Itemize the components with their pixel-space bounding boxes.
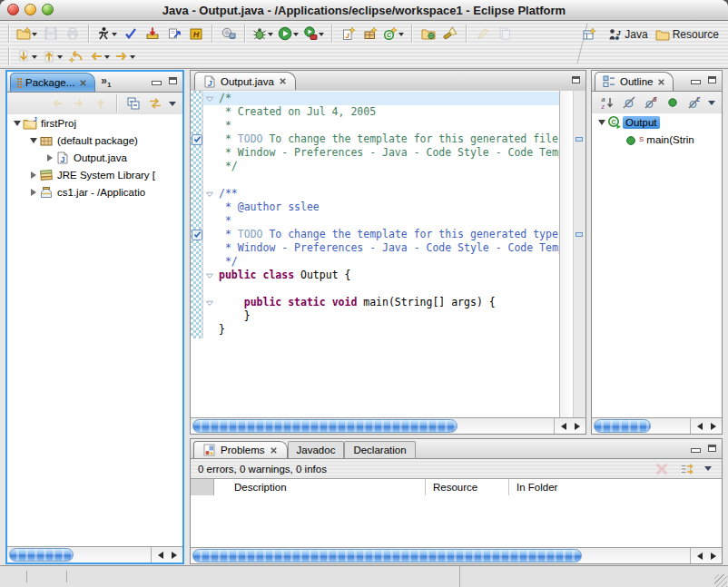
tab-javadoc[interactable]: Javadoc xyxy=(288,441,345,458)
scroll-right-button[interactable] xyxy=(570,418,585,434)
scrollbar-thumb[interactable] xyxy=(594,419,651,433)
package-explorer-hscrollbar[interactable] xyxy=(7,546,182,563)
last-edit-location-button[interactable] xyxy=(65,45,87,67)
previous-annotation-button[interactable] xyxy=(40,45,65,67)
tab-declaration[interactable]: Declaration xyxy=(344,441,415,458)
java-perspective-button[interactable]: JJava xyxy=(607,27,647,42)
task-overview-marker[interactable] xyxy=(576,232,583,237)
scrollbar-thumb[interactable] xyxy=(9,548,74,562)
minimize-view-button[interactable] xyxy=(690,74,702,85)
scrollbar-thumb[interactable] xyxy=(192,419,457,433)
code-line[interactable]: * xyxy=(191,119,560,132)
collapse-arrow-icon[interactable] xyxy=(27,134,39,147)
hide-static-members-button[interactable]: S xyxy=(640,93,662,112)
dropdown-caret-icon[interactable] xyxy=(398,23,405,44)
code-line[interactable] xyxy=(191,282,560,296)
problems-hscrollbar[interactable] xyxy=(191,547,722,563)
tree-item[interactable]: COutput xyxy=(592,113,722,131)
scrollbar-track[interactable] xyxy=(592,418,690,434)
new-wizard-button[interactable] xyxy=(15,23,40,44)
search-button[interactable] xyxy=(439,23,461,44)
collapse-arrow-icon[interactable] xyxy=(11,117,23,130)
problems-table-body[interactable] xyxy=(191,495,722,548)
column-in-folder[interactable]: In Folder xyxy=(509,479,722,495)
column-description[interactable]: Description xyxy=(214,479,426,495)
maximize-view-button[interactable] xyxy=(167,75,179,86)
tab-problems[interactable]: Problems xyxy=(193,441,288,458)
code-line[interactable]: /* xyxy=(191,92,560,105)
new-class-button[interactable]: C xyxy=(381,23,407,44)
forward-button[interactable] xyxy=(68,94,90,113)
external-tools-button[interactable] xyxy=(94,23,120,44)
package-explorer-tab[interactable]: Package... xyxy=(10,73,95,92)
zoom-window-button[interactable] xyxy=(42,4,54,15)
tree-item[interactable]: (default package) xyxy=(7,132,182,149)
expand-arrow-icon[interactable] xyxy=(27,189,39,196)
code-editor[interactable]: /* * Created on Jul 4, 2005 * * TODO To … xyxy=(191,91,585,418)
close-editor-icon[interactable] xyxy=(278,76,288,86)
hide-local-types-button[interactable]: L xyxy=(684,93,705,112)
scroll-right-button[interactable] xyxy=(706,548,722,563)
minimize-view-button[interactable] xyxy=(151,75,162,86)
scrollbar-track[interactable] xyxy=(7,547,151,563)
window-resize-grip[interactable] xyxy=(714,574,727,587)
code-line[interactable]: /** xyxy=(191,187,560,201)
code-line[interactable]: } xyxy=(191,323,560,337)
go-up-button[interactable] xyxy=(90,94,112,113)
tree-item[interactable]: JRE System Library [ xyxy=(7,166,182,183)
filter-button[interactable] xyxy=(676,458,698,480)
dropdown-caret-icon[interactable] xyxy=(129,45,136,67)
dropdown-caret-icon[interactable] xyxy=(31,23,38,44)
scroll-left-button[interactable] xyxy=(691,548,706,563)
fold-marker-icon[interactable] xyxy=(203,187,216,201)
expand-arrow-icon[interactable] xyxy=(44,154,55,161)
view-menu-button[interactable] xyxy=(705,97,718,109)
next-annotation-button[interactable] xyxy=(15,45,40,67)
run-external-button[interactable] xyxy=(301,23,327,44)
run-button[interactable] xyxy=(276,23,301,44)
scroll-left-button[interactable] xyxy=(152,547,167,563)
deploy-button[interactable] xyxy=(218,23,240,44)
code-line[interactable]: * TODO To change the template for this g… xyxy=(191,132,560,146)
delete-button[interactable] xyxy=(651,458,673,480)
new-java-project-button[interactable]: J xyxy=(338,23,359,44)
scroll-right-button[interactable] xyxy=(706,418,722,434)
maximize-view-button[interactable] xyxy=(706,443,718,454)
check-code-button[interactable] xyxy=(120,23,142,44)
editor-hscrollbar[interactable] xyxy=(191,417,585,434)
outline-tab[interactable]: Outline xyxy=(595,72,674,91)
save-button[interactable] xyxy=(40,23,62,44)
forward-button[interactable] xyxy=(113,45,138,67)
maximize-view-button[interactable] xyxy=(570,74,582,85)
debug-button[interactable] xyxy=(251,23,276,44)
code-line[interactable]: public class Output { xyxy=(191,269,560,282)
print-button[interactable] xyxy=(62,23,84,44)
code-line[interactable]: * Created on Jul 4, 2005 xyxy=(191,105,560,119)
dropdown-caret-icon[interactable] xyxy=(103,45,111,67)
minimize-view-button[interactable] xyxy=(690,443,702,454)
fold-marker-icon[interactable] xyxy=(203,296,216,309)
task-marker-icon[interactable] xyxy=(192,230,202,240)
tree-item[interactable]: cs1.jar - /Applicatio xyxy=(7,183,182,201)
tree-item[interactable]: JfirstProj xyxy=(7,114,182,132)
h-tool-button[interactable]: H xyxy=(185,23,207,44)
expand-arrow-icon[interactable] xyxy=(27,171,39,179)
dropdown-caret-icon[interactable] xyxy=(267,23,274,44)
more-views-button[interactable]: »1 xyxy=(101,74,111,92)
close-view-icon[interactable] xyxy=(78,78,88,88)
code-line[interactable]: * TODO To change the template for this g… xyxy=(191,228,560,241)
code-line[interactable]: * Window - Preferences - Java - Code Sty… xyxy=(191,241,560,255)
outline-hscrollbar[interactable] xyxy=(592,417,722,434)
dropdown-caret-icon[interactable] xyxy=(56,45,64,67)
dropdown-caret-icon[interactable] xyxy=(292,23,300,44)
back-button[interactable] xyxy=(46,94,68,113)
fold-marker-icon[interactable] xyxy=(203,92,216,105)
link-with-editor-button[interactable] xyxy=(144,94,166,113)
open-perspective-button[interactable] xyxy=(578,24,600,45)
code-line[interactable]: */ xyxy=(191,255,560,269)
back-button[interactable] xyxy=(87,45,113,67)
highlight-button[interactable] xyxy=(472,23,494,44)
column-resource[interactable]: Resource xyxy=(426,479,509,495)
code-line[interactable]: * @author sslee xyxy=(191,201,560,214)
sort-button[interactable]: az xyxy=(596,93,618,112)
